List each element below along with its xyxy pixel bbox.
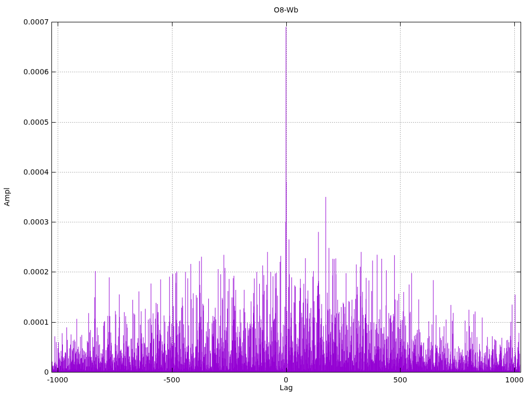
x-tick-label: 500 (377, 376, 423, 384)
x-axis-label: Lag (280, 383, 292, 392)
y-tick-label: 0.0007 (0, 18, 49, 26)
y-tick-label: 0.0001 (0, 318, 49, 326)
x-tick-label: 0 (263, 376, 310, 384)
y-tick-label: 0 (0, 368, 49, 376)
y-axis-label: Ampl (3, 188, 11, 206)
x-tick-label: -500 (149, 376, 195, 384)
plot-canvas (0, 0, 532, 399)
chart-title: O8-Wb (51, 6, 521, 14)
y-tick-label: 0.0002 (0, 268, 49, 276)
y-tick-label: 0.0006 (0, 68, 49, 76)
y-tick-label: 0.0004 (0, 168, 49, 176)
y-tick-label: 0.0003 (0, 218, 49, 226)
x-tick-label: 1000 (491, 376, 532, 384)
x-tick-label: -1000 (34, 376, 81, 384)
y-tick-label: 0.0005 (0, 118, 49, 126)
chart-figure: O8-Wb Lag Ampl 00.00010.00020.00030.0004… (0, 0, 532, 399)
